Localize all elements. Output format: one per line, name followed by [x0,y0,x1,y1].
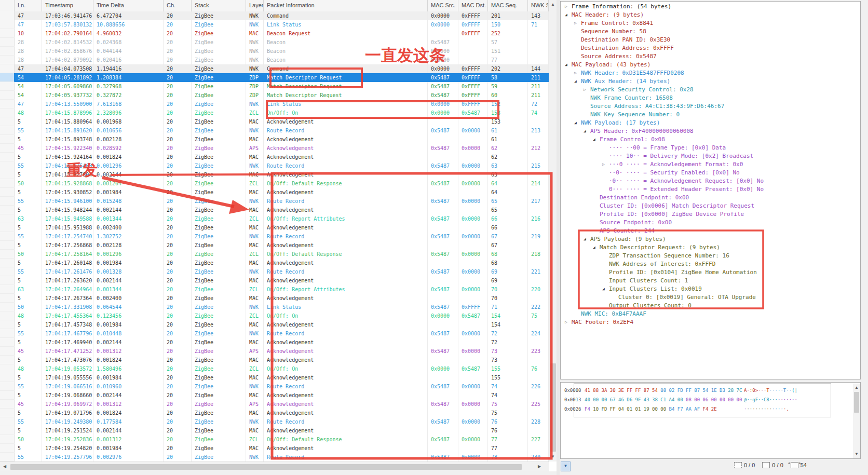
column-header-mac-seq-[interactable]: MAC Seq. [488,0,528,11]
tree-node[interactable]: NWK Frame Counter: 16508 [584,94,673,102]
table-row[interactable]: 517:04:15.9276040.00214420ZigBeeMACAckno… [0,170,549,179]
scroll-down-icon[interactable]: ▼ [853,451,860,458]
tree-node[interactable]: 0··· ···· = Extended Header Present: [0x… [602,185,764,194]
column-header-timestamp[interactable]: Timestamp [42,0,93,11]
expand-icon[interactable]: ▷ [584,86,590,94]
table-row[interactable]: 517:04:17.4573480.00198420ZigBeeMACAckno… [0,320,549,329]
tree-node[interactable]: ··0· ···· = Security Enabled: [0x0] No [602,169,740,177]
tree-node[interactable]: ◢NWK Payload: (17 bytes) [574,119,660,127]
column-header-ln-[interactable]: Ln. [15,0,42,11]
hex-scrollbar[interactable]: ▲ ▼ [853,384,860,458]
table-row[interactable]: 4717:03:46.9414766.47270420ZigBeeNWKComm… [0,11,549,20]
collapse-icon[interactable]: ◢ [584,235,590,243]
table-row[interactable]: 4717:04:13.5509007.61316820ZigBeeNWKLink… [0,100,549,108]
table-row[interactable]: 4817:04:15.8789962.32809620ZigBeeZCLOn/O… [0,108,549,117]
tree-node[interactable]: Destination Address: 0xFFFF [574,44,674,52]
table-row[interactable]: 4517:04:19.0699720.00131220ZigBeeAPSAckn… [0,400,549,409]
column-header-stack[interactable]: Stack [192,0,246,11]
tree-node[interactable]: ·0·· ···· = Acknowledgement Request: [0x… [602,177,764,185]
collapse-icon[interactable]: ◢ [565,61,572,69]
table-row[interactable]: 517:04:15.9482440.00214420ZigBeeMACAckno… [0,206,549,214]
table-row[interactable]: 5517:04:15.9461000.01524820ZigBeeNWKRout… [0,197,549,206]
table-row[interactable]: 5517:04:17.4677960.01044820ZigBeeNWKRout… [0,329,549,338]
table-row[interactable]: 517:04:17.2673640.00240020ZigBeeMACAckno… [0,294,549,303]
tree-node[interactable]: ZDP Transaction Sequence Number: 16 [602,252,729,260]
table-row[interactable]: 4717:03:57.83013210.88865620ZigBeeNWKLin… [0,20,549,29]
hex-scroll-thumb[interactable] [854,392,859,413]
table-row[interactable]: 5017:04:15.9288680.00126420ZigBeeZCLOn/O… [0,179,549,188]
vertical-scroll-thumb[interactable] [550,363,556,452]
table-row[interactable]: 5517:04:19.2493800.17758420ZigBeeNWKRout… [0,417,549,426]
tree-node[interactable]: ◢Match Descriptor Request: (9 bytes) [593,243,720,252]
table-row[interactable]: 517:04:17.2636200.00214420ZigBeeMACAckno… [0,276,549,285]
tree-node[interactable]: ▷Frame Information: (54 bytes) [565,3,671,11]
table-row[interactable]: 517:04:17.2601480.00198420ZigBeeMACAckno… [0,259,549,267]
tree-node[interactable]: Source Address: A4:C1:38:43:9F:D6:46:67 [584,102,724,111]
tree-node[interactable]: Input Clusters Count: 1 [602,277,688,285]
table-row[interactable]: 517:04:17.4730760.00182420ZigBeeMACAckno… [0,356,549,364]
table-row[interactable]: 517:04:15.9241640.00182420ZigBeeMACAckno… [0,153,549,161]
expand-icon[interactable]: ▷ [574,69,581,77]
table-row[interactable]: 517:04:19.2515240.00214420ZigBeeMACAckno… [0,426,549,435]
collapse-icon[interactable]: ◢ [593,135,600,144]
expand-icon[interactable]: ▷ [602,160,609,169]
tree-node[interactable]: ▷···0 ···· = Acknowledgement Format: 0x0 [602,160,743,169]
tree-node[interactable]: Destination Endpoint: 0x00 [593,194,689,202]
table-row[interactable]: 517:04:19.2548200.00198420ZigBeeMACAckno… [0,444,549,453]
column-header-ch-[interactable]: Ch. [164,0,192,11]
table-row[interactable]: 5517:04:19.0665160.01096020ZigBeeNWKRout… [0,382,549,391]
tree-node[interactable]: ▷NWK Header: 0xD31E5487FFFD0208 [574,69,684,77]
tree-node[interactable]: Cluster ID: [0x0006] Match Descriptor Re… [593,202,754,210]
horizontal-scroll-thumb[interactable] [10,464,522,470]
table-row[interactable]: 5417:04:05.2818921.20838420ZigBeeZDPMatc… [0,73,549,82]
collapse-icon[interactable]: ◢ [584,127,590,135]
collapse-icon[interactable]: ◢ [593,243,600,252]
column-header-mac-src-[interactable]: MAC Src. [428,0,458,11]
tree-node[interactable]: NWK Address of Interest: 0xFFFD [602,260,715,268]
table-row[interactable]: 517:04:15.8937480.00212820ZigBeeMACAckno… [0,135,549,144]
table-row[interactable]: 5517:04:15.8916200.01065620ZigBeeNWKRout… [0,126,549,135]
expand-icon[interactable]: ▷ [565,318,572,327]
table-row[interactable]: 5017:04:17.2581640.00129620ZigBeeZCLOn/O… [0,250,549,259]
table-row[interactable]: 1017:04:02.7901644.96003220ZigBeeMACBeac… [0,29,549,38]
table-row[interactable]: 5517:04:17.2614760.00132820ZigBeeNWKRout… [0,267,549,276]
tree-node[interactable]: ◢APS Header: 0xF400000000060008 [584,127,694,135]
table-row[interactable]: 5517:04:19.2577960.00297620ZigBeeNWKRout… [0,453,549,462]
table-row[interactable]: 517:04:19.0717960.00182420ZigBeeMACAckno… [0,409,549,417]
table-row[interactable]: 4817:04:17.4553640.12345620ZigBeeZCLOn/O… [0,311,549,320]
table-row[interactable]: 517:04:17.4699400.00214420ZigBeeMACAckno… [0,338,549,347]
packet-list-horizontal-scrollbar[interactable]: ◀ ▶ [0,462,549,471]
tree-node[interactable]: ◢APS Payload: (9 bytes) [584,235,666,243]
tree-node[interactable]: Destination PAN ID: 0x3E30 [574,36,670,44]
tree-node[interactable]: ▷Network Security Control: 0x28 [584,86,694,94]
column-header-packet-information[interactable]: Packet Information [264,0,428,11]
tree-node[interactable]: Sequence Number: 58 [574,28,646,36]
tree-node[interactable]: ◢NWK Aux Header: (14 bytes) [574,77,670,86]
tree-node[interactable]: Output Clusters Count: 0 [602,302,691,310]
column-header-time-delta[interactable]: Time Delta [93,0,164,11]
scroll-right-icon[interactable]: ▶ [536,463,543,470]
expand-icon[interactable]: ▷ [565,3,572,11]
scroll-down-icon[interactable]: ▼ [549,453,557,460]
filter-dropdown-button[interactable]: ▼ [561,462,571,471]
tree-node[interactable]: Profile ID: [0x0000] ZigBee Device Profi… [593,210,744,219]
table-row[interactable]: 4517:04:17.4712520.00131220ZigBeeAPSAckn… [0,347,549,356]
column-header-mac-dst-[interactable]: MAC Dst. [458,0,488,11]
scroll-up-icon[interactable]: ▲ [549,1,557,8]
table-row[interactable]: 517:04:19.0686600.00214420ZigBeeMACAckno… [0,391,549,400]
table-row[interactable]: 517:04:17.2568680.00212820ZigBeeMACAckno… [0,241,549,250]
table-row[interactable]: 4717:04:04.0735081.19441620ZigBeeNWKComm… [0,64,549,73]
table-row[interactable]: 5017:04:17.3319080.06454420ZigBeeNWKLink… [0,303,549,311]
table-row[interactable]: 2817:04:02.8586760.04414420ZigBeeNWKBeac… [0,47,549,56]
tree-node[interactable]: Profile ID: [0x0104] ZigBee Home Automat… [602,268,757,277]
table-row[interactable]: 6317:04:17.2649640.00134420ZigBeeZCLOn/O… [0,285,549,294]
tree-node[interactable]: ◢MAC Payload: (43 bytes) [565,61,650,69]
packet-list-vertical-scrollbar[interactable]: ▲ ▼ [549,0,557,462]
tree-node[interactable]: Source Address: 0x5487 [574,52,657,61]
collapse-icon[interactable]: ◢ [574,77,581,86]
collapse-icon[interactable]: ◢ [574,119,581,127]
table-row[interactable]: 5517:04:17.2547401.30275220ZigBeeNWKRout… [0,232,549,241]
tree-node[interactable]: ▷MAC Footer: 0x2EF4 [565,318,633,327]
collapse-icon[interactable]: ◢ [565,11,572,19]
tree-node[interactable]: NWK Key Sequence Number: 0 [584,111,680,119]
